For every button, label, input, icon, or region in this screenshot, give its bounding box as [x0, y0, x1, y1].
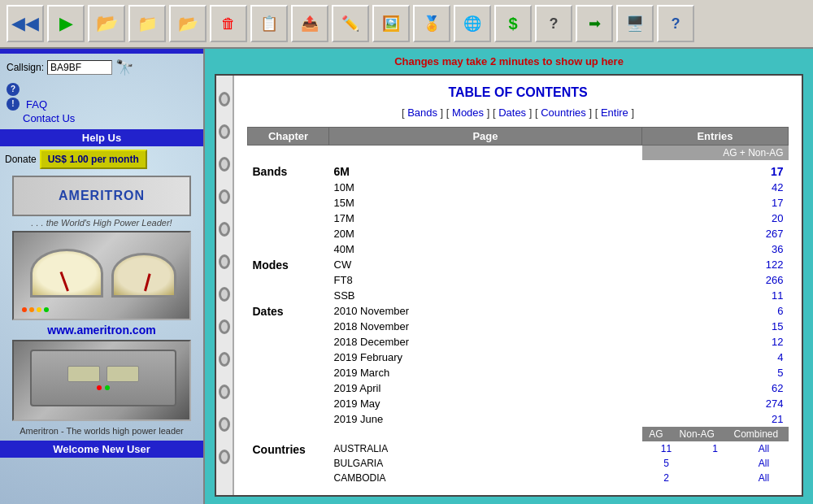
cell-page: 2019 June — [329, 411, 642, 427]
help-question-button[interactable]: ? — [535, 5, 572, 42]
entry-link[interactable]: 267 — [766, 228, 784, 240]
entry-link[interactable]: 122 — [766, 259, 784, 271]
dates-link[interactable]: Dates — [498, 106, 526, 119]
table-row: 2019 May 274 — [248, 396, 789, 411]
content: Changes may take 2 minutes to show up he… — [205, 49, 813, 504]
ad-logo[interactable]: AMERITRON — [12, 176, 191, 216]
entry-link[interactable]: 11 — [661, 443, 672, 454]
entry-link[interactable]: 15 — [772, 320, 783, 332]
open-button[interactable]: 📁 — [128, 5, 166, 42]
delete-button[interactable]: 🗑 — [210, 5, 247, 42]
table-row: 10M 42 — [248, 180, 789, 195]
toolbar: ◀◀ ▶ 📂 📁 📂 🗑 📋 📤 ✏️ 🖼️ 🏅 🌐 $ ? ➡ 🖥️ ? — [0, 0, 813, 49]
forward-button[interactable]: ▶ — [47, 5, 85, 42]
table-row: 2019 March 5 — [248, 365, 789, 380]
cell-page: 2019 March — [329, 365, 642, 380]
cell-page: 2019 April — [329, 380, 642, 396]
countries-link[interactable]: Countries — [541, 106, 586, 119]
entry-link[interactable]: 36 — [772, 243, 783, 255]
dollar-button[interactable]: $ — [494, 5, 532, 42]
back-button[interactable]: ◀◀ — [7, 5, 44, 42]
entry-link[interactable]: 5 — [777, 367, 783, 379]
entry-link[interactable]: 274 — [766, 398, 784, 410]
entry-link[interactable]: 21 — [772, 413, 783, 425]
home-button[interactable]: 📂 — [88, 5, 125, 42]
entry-link[interactable]: All — [759, 472, 769, 484]
non-ag-header: Non-AG — [670, 427, 724, 441]
modes-link[interactable]: Modes — [452, 106, 484, 119]
exclamation-icon: ! — [7, 98, 20, 111]
ad-image-1[interactable] — [12, 231, 191, 320]
globe-button[interactable]: 🌐 — [454, 5, 491, 42]
export-button[interactable]: 📤 — [291, 5, 328, 42]
table-row: Modes CW 122 — [248, 257, 789, 272]
callsign-row: Callsign: 🔭 — [0, 54, 203, 81]
table-row: 17M 20 — [248, 211, 789, 226]
entry-link[interactable]: 5 — [663, 458, 669, 469]
ad-url[interactable]: www.ameritron.com — [3, 324, 200, 337]
meter-2 — [111, 253, 176, 298]
entry-link[interactable]: 266 — [766, 274, 784, 286]
main-layout: Callsign: 🔭 ? ! FAQ Contact Us Help Us D… — [0, 49, 813, 504]
donate-button[interactable]: US$ 1.00 per month — [40, 150, 147, 169]
cell-page: 10M — [329, 180, 642, 195]
table-row: 6M — [329, 160, 642, 180]
contact-us-link[interactable]: Contact Us — [23, 112, 75, 124]
ad-section: AMERITRON . . . the World's High Power L… — [0, 172, 203, 441]
entry-link[interactable]: 62 — [772, 382, 783, 394]
devices-button[interactable]: 🖥️ — [616, 5, 654, 42]
entry-link[interactable]: 20 — [772, 212, 783, 224]
entry-link[interactable]: 4 — [777, 351, 783, 363]
image-button[interactable]: 🖼️ — [372, 5, 410, 42]
edit-button[interactable]: ✏️ — [332, 5, 369, 42]
table-row: BULGARIA 5 All — [248, 456, 789, 471]
ring — [219, 92, 230, 106]
entry-link[interactable]: 17 — [771, 165, 784, 178]
table-row: 20M 267 — [248, 226, 789, 241]
welcome-bar: Welcome New User — [0, 441, 203, 458]
entry-link[interactable]: 12 — [772, 336, 783, 348]
search-callsign-button[interactable]: 🔭 — [115, 59, 133, 76]
table-row: FT8 266 — [248, 272, 789, 288]
ag-header: AG — [642, 427, 671, 441]
table-row: Dates 2010 November 6 — [248, 303, 789, 319]
help-us-bar: Help Us — [0, 129, 203, 146]
entry-link[interactable]: 6 — [777, 305, 783, 317]
callsign-input[interactable] — [47, 60, 112, 75]
entry-link[interactable]: 11 — [772, 289, 783, 302]
new-button[interactable]: 📋 — [250, 5, 288, 42]
faq-link[interactable]: FAQ — [26, 98, 47, 111]
ring — [219, 254, 230, 269]
table-row: 2019 February 4 — [248, 350, 789, 365]
table-row: 15M 17 — [248, 195, 789, 211]
entry-link[interactable]: All — [759, 443, 769, 454]
toc-title: TABLE OF CONTENTS — [247, 85, 789, 100]
certificate-button[interactable]: 🏅 — [413, 5, 450, 42]
table-row: 2019 April 62 — [248, 380, 789, 396]
entire-link[interactable]: Entire — [601, 106, 628, 119]
ring — [219, 189, 230, 204]
cell-country: BULGARIA — [329, 456, 642, 471]
entry-link[interactable]: All — [759, 458, 769, 469]
table-row: 2018 December 12 — [248, 334, 789, 350]
entry-link[interactable]: 2 — [663, 472, 669, 484]
table-row: SSB 11 — [248, 288, 789, 303]
info-button[interactable]: ? — [657, 5, 694, 42]
col-entries: Entries — [642, 128, 789, 146]
cell-page: CW — [329, 257, 642, 272]
ring — [219, 385, 230, 399]
ad-image-2[interactable] — [12, 340, 191, 421]
col-page: Page — [329, 128, 642, 146]
ring — [219, 450, 230, 464]
entry-link[interactable]: 17 — [772, 197, 783, 209]
entry-link[interactable]: 42 — [772, 181, 783, 193]
entry-link[interactable]: 1 — [712, 443, 718, 454]
donate-row: Donate US$ 1.00 per month — [0, 146, 203, 172]
add-folder-button[interactable]: 📂 — [169, 5, 207, 42]
countries-label: Countries — [248, 441, 329, 485]
arrow-right-button[interactable]: ➡ — [576, 5, 613, 42]
bands-link[interactable]: Bands — [407, 106, 437, 119]
meter-1 — [30, 249, 103, 298]
bands-label: Bands — [248, 160, 329, 257]
help-links: ? ! FAQ Contact Us — [0, 81, 203, 129]
